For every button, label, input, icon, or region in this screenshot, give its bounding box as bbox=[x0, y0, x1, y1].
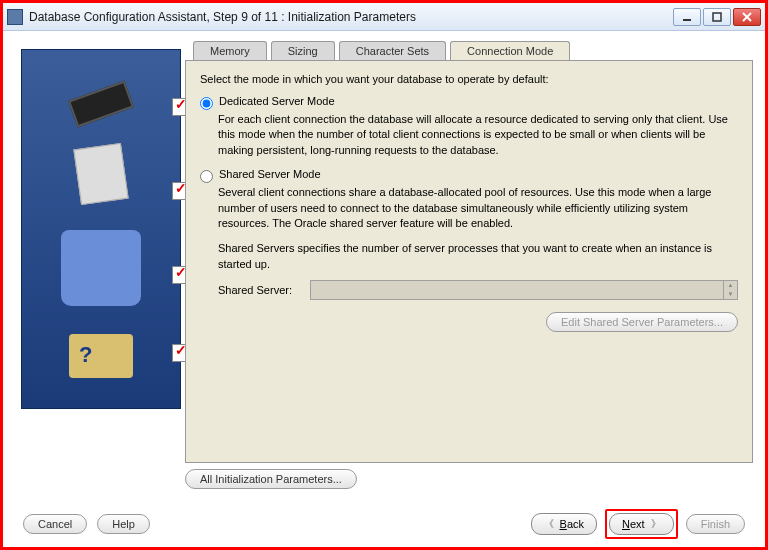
app-icon bbox=[7, 9, 23, 25]
chevron-left-icon: 《 bbox=[544, 517, 554, 531]
next-label-rest: ext bbox=[630, 518, 645, 530]
dedicated-label: Dedicated Server Mode bbox=[219, 95, 335, 107]
dedicated-radio[interactable] bbox=[200, 97, 213, 110]
window-title: Database Configuration Assistant, Step 9… bbox=[29, 10, 671, 24]
shared-mode-option[interactable]: Shared Server Mode bbox=[200, 168, 738, 183]
outer-window-frame: Database Configuration Assistant, Step 9… bbox=[0, 0, 768, 550]
close-icon bbox=[742, 12, 752, 22]
close-button[interactable] bbox=[733, 8, 761, 26]
shared-label: Shared Server Mode bbox=[219, 168, 321, 180]
spinner-up-icon: ▲ bbox=[724, 281, 737, 290]
tab-character-sets[interactable]: Character Sets bbox=[339, 41, 446, 60]
finish-button: Finish bbox=[686, 514, 745, 534]
next-button[interactable]: Next 》 bbox=[609, 513, 674, 535]
shared-server-input bbox=[310, 280, 724, 300]
title-bar: Database Configuration Assistant, Step 9… bbox=[3, 3, 765, 31]
shared-servers-description: Shared Servers specifies the number of s… bbox=[218, 241, 738, 272]
minimize-icon bbox=[682, 12, 692, 22]
all-params-row: All Initialization Parameters... bbox=[185, 469, 753, 489]
chevron-right-icon: 》 bbox=[651, 517, 661, 531]
next-highlight: Next 》 bbox=[605, 509, 678, 539]
dedicated-mode-option[interactable]: Dedicated Server Mode bbox=[200, 95, 738, 110]
content-area: ? Memory Sizing Character Sets Connectio… bbox=[3, 31, 765, 497]
back-button[interactable]: 《 Back bbox=[531, 513, 597, 535]
main-panel: Memory Sizing Character Sets Connection … bbox=[185, 41, 753, 489]
next-mnemonic: N bbox=[622, 518, 630, 530]
tab-connection-mode[interactable]: Connection Mode bbox=[450, 41, 570, 60]
svg-rect-1 bbox=[713, 13, 721, 21]
tab-strip: Memory Sizing Character Sets Connection … bbox=[193, 41, 753, 60]
all-init-params-button[interactable]: All Initialization Parameters... bbox=[185, 469, 357, 489]
intro-text: Select the mode in which you want your d… bbox=[200, 73, 738, 85]
connection-mode-panel: Select the mode in which you want your d… bbox=[185, 60, 753, 463]
maximize-icon bbox=[712, 12, 722, 22]
spinner-down-icon: ▼ bbox=[724, 290, 737, 299]
back-mnemonic: B bbox=[560, 518, 567, 530]
wizard-footer: Cancel Help 《 Back Next 》 Finish bbox=[3, 509, 765, 539]
folder-icon: ? bbox=[69, 334, 133, 378]
edit-shared-params-button: Edit Shared Server Parameters... bbox=[546, 312, 738, 332]
shared-server-label: Shared Server: bbox=[218, 284, 310, 296]
documents-icon bbox=[73, 143, 128, 205]
chip-icon bbox=[68, 81, 134, 128]
database-icon bbox=[61, 230, 141, 306]
shared-server-row: Shared Server: ▲ ▼ bbox=[218, 280, 738, 300]
question-mark-icon: ? bbox=[79, 342, 92, 368]
edit-shared-row: Edit Shared Server Parameters... bbox=[200, 312, 738, 332]
tab-sizing[interactable]: Sizing bbox=[271, 41, 335, 60]
cancel-button[interactable]: Cancel bbox=[23, 514, 87, 534]
maximize-button[interactable] bbox=[703, 8, 731, 26]
back-label-rest: ack bbox=[567, 518, 584, 530]
help-button[interactable]: Help bbox=[97, 514, 150, 534]
minimize-button[interactable] bbox=[673, 8, 701, 26]
shared-server-input-wrap: ▲ ▼ bbox=[310, 280, 738, 300]
dedicated-description: For each client connection the database … bbox=[218, 112, 738, 158]
shared-radio[interactable] bbox=[200, 170, 213, 183]
wizard-sidebar: ? bbox=[15, 41, 185, 489]
shared-server-spinner: ▲ ▼ bbox=[724, 280, 738, 300]
tab-memory[interactable]: Memory bbox=[193, 41, 267, 60]
shared-description: Several client connections share a datab… bbox=[218, 185, 738, 231]
wizard-graphic: ? bbox=[21, 49, 181, 409]
